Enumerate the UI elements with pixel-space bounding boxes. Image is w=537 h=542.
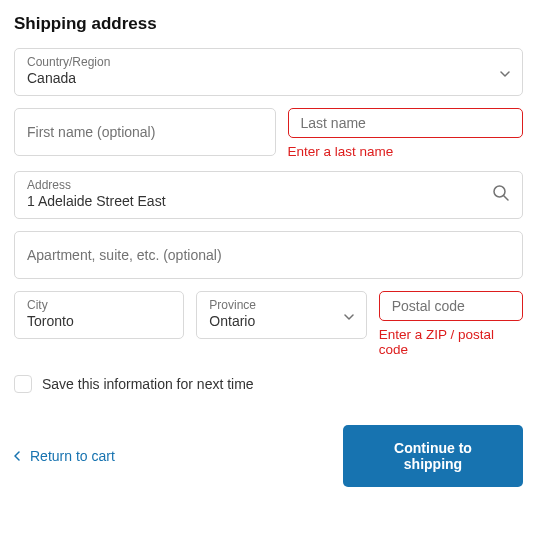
address-label: Address [27, 178, 510, 192]
city-value: Toronto [27, 312, 171, 332]
country-value: Canada [27, 69, 510, 89]
postal-code-field[interactable]: Postal code [379, 291, 523, 321]
province-select[interactable]: Province Ontario [196, 291, 366, 339]
save-info-checkbox[interactable] [14, 375, 32, 393]
chevron-down-icon [344, 306, 354, 324]
apartment-placeholder: Apartment, suite, etc. (optional) [27, 247, 510, 263]
continue-to-shipping-button[interactable]: Continue to shipping [343, 425, 523, 487]
apartment-field[interactable]: Apartment, suite, etc. (optional) [14, 231, 523, 279]
postal-code-error: Enter a ZIP / postal code [379, 327, 523, 357]
last-name-error: Enter a last name [288, 144, 524, 159]
province-label: Province [209, 298, 353, 312]
postal-code-placeholder: Postal code [392, 298, 510, 314]
first-name-placeholder: First name (optional) [27, 124, 263, 140]
country-label: Country/Region [27, 55, 510, 69]
return-link-text: Return to cart [30, 448, 115, 464]
first-name-field[interactable]: First name (optional) [14, 108, 276, 156]
city-field[interactable]: City Toronto [14, 291, 184, 339]
svg-line-1 [504, 196, 509, 201]
last-name-field[interactable]: Last name [288, 108, 524, 138]
province-value: Ontario [209, 312, 353, 332]
last-name-placeholder: Last name [301, 115, 511, 131]
save-info-label: Save this information for next time [42, 376, 254, 392]
chevron-left-icon [14, 448, 20, 464]
page-title: Shipping address [14, 14, 523, 34]
city-label: City [27, 298, 171, 312]
address-value: 1 Adelaide Street East [27, 192, 510, 212]
search-icon [492, 184, 510, 206]
country-select[interactable]: Country/Region Canada [14, 48, 523, 96]
chevron-down-icon [500, 63, 510, 81]
return-to-cart-link[interactable]: Return to cart [14, 448, 115, 464]
address-field[interactable]: Address 1 Adelaide Street East [14, 171, 523, 219]
